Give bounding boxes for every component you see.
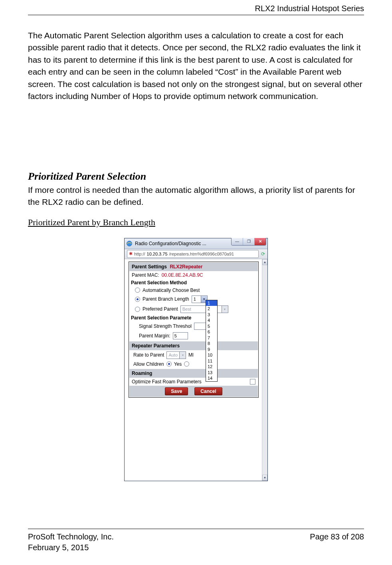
footer-page: Page 83 of 208 bbox=[310, 531, 364, 542]
save-button[interactable]: Save bbox=[165, 387, 188, 395]
cancel-button[interactable]: Cancel bbox=[194, 387, 222, 395]
dropdown-option[interactable]: 10 bbox=[206, 352, 217, 358]
rate-unit: Ml bbox=[188, 352, 194, 358]
ie-icon bbox=[126, 240, 133, 247]
dropdown-option[interactable]: 11 bbox=[206, 358, 217, 364]
chevron-down-icon[interactable]: ▾ bbox=[222, 306, 228, 313]
scrollbar[interactable]: ▲ ▼ bbox=[262, 259, 267, 481]
dropdown-option[interactable]: 3 bbox=[206, 312, 217, 318]
branch-length-select[interactable]: 1 ▼ bbox=[192, 295, 208, 303]
optimize-fast-roam-checkbox[interactable] bbox=[250, 379, 255, 385]
page-header: RLX2 Industrial Hotspot Series bbox=[28, 4, 364, 15]
rate-to-parent-label: Rate to Parent bbox=[133, 352, 164, 358]
dropdown-option[interactable]: 4 bbox=[206, 317, 217, 323]
repeater-params-header: Repeater Parameters bbox=[129, 341, 258, 350]
parent-settings-label: Parent Settings bbox=[132, 264, 167, 270]
dropdown-option[interactable]: 6 bbox=[206, 329, 217, 335]
sub-heading: Prioritized Parent by Branch Length bbox=[28, 217, 364, 228]
dialog-content: ▲ ▼ Parent Settings RLX2Repeater Parent … bbox=[125, 259, 267, 481]
button-bar: Save Cancel bbox=[129, 386, 258, 397]
parent-margin-label: Parent Margin: bbox=[139, 333, 170, 339]
paragraph-2: If more control is needed than the autom… bbox=[28, 184, 364, 208]
opt-preferred-label: Preferred Parent bbox=[143, 306, 178, 312]
branch-length-value: 1 bbox=[192, 297, 201, 301]
rate-value: Auto bbox=[167, 353, 179, 357]
optimize-fast-roam-label: Optimize Fast Roam Parameters bbox=[132, 379, 247, 385]
parent-margin-input[interactable]: 5 bbox=[173, 332, 188, 339]
favicon-icon: ✱ bbox=[129, 251, 133, 256]
refresh-icon[interactable]: ⟳ bbox=[261, 251, 265, 257]
radio-allow-no[interactable] bbox=[184, 361, 189, 367]
dropdown-option[interactable]: 12 bbox=[206, 364, 217, 370]
dropdown-option[interactable]: 2 bbox=[206, 306, 217, 312]
scroll-up-icon[interactable]: ▲ bbox=[262, 259, 267, 265]
opt-auto-label: Automatically Choose Best bbox=[143, 287, 200, 293]
url-host: 10.20.3.75 bbox=[147, 252, 168, 256]
footer-date: February 5, 2015 bbox=[28, 542, 364, 553]
preferred-parent-select[interactable]: Best ▾ bbox=[180, 305, 228, 313]
paragraph-1: The Automatic Parent Selection algorithm… bbox=[28, 30, 364, 103]
section-heading: Prioritized Parent Selection bbox=[28, 170, 364, 182]
address-bar-row: ✱ http://10.20.3.75/repeaters.htm%df6996… bbox=[125, 249, 267, 259]
radio-auto-best[interactable] bbox=[135, 287, 140, 293]
signal-threshold-label: Signal Strength Threshol bbox=[139, 323, 192, 329]
allow-children-label: Allow Children bbox=[133, 361, 164, 367]
scroll-down-icon[interactable]: ▼ bbox=[262, 475, 267, 481]
minimize-button[interactable]: — bbox=[232, 238, 243, 245]
dropdown-option[interactable]: 1 bbox=[206, 300, 217, 306]
rate-to-parent-select[interactable]: Auto ▾ bbox=[166, 351, 186, 359]
parent-mac-value: 00.0E.8E.24.AB.9C bbox=[162, 272, 203, 278]
parent-settings-header: Parent Settings RLX2Repeater bbox=[129, 262, 258, 271]
dropdown-option[interactable]: 7 bbox=[206, 335, 217, 341]
dropdown-option[interactable]: 9 bbox=[206, 347, 217, 353]
repeater-name: RLX2Repeater bbox=[170, 264, 202, 270]
settings-panel: Parent Settings RLX2Repeater Parent MAC:… bbox=[129, 262, 259, 398]
radio-preferred-parent[interactable] bbox=[135, 307, 140, 312]
selection-params-label: Parent Selection Paramete bbox=[129, 314, 258, 321]
maximize-button[interactable]: ❐ bbox=[243, 238, 254, 245]
url-prefix: http:// bbox=[134, 252, 145, 256]
yes-label: Yes bbox=[174, 361, 182, 367]
dropdown-option[interactable]: 8 bbox=[206, 341, 217, 347]
parent-mac-label: Parent MAC: bbox=[132, 272, 159, 278]
dropdown-option[interactable]: 5 bbox=[206, 323, 217, 329]
branch-length-dropdown-list[interactable]: 1 2 3 4 5 6 7 8 9 10 11 12 13 14 bbox=[206, 300, 218, 382]
close-button[interactable]: ✕ bbox=[254, 238, 266, 245]
selection-method-label: Parent Selection Method bbox=[129, 279, 258, 286]
url-path: /repeaters.htm%df6996c0870a91 bbox=[169, 252, 234, 256]
window-titlebar[interactable]: Radio Configuration/Diagnostic ... — ❐ ✕ bbox=[125, 238, 267, 249]
radio-allow-yes[interactable] bbox=[166, 361, 172, 367]
address-bar[interactable]: ✱ http://10.20.3.75/repeaters.htm%df6996… bbox=[127, 250, 259, 258]
opt-branch-label: Parent Branch Length bbox=[143, 296, 189, 302]
dropdown-option[interactable]: 14 bbox=[206, 375, 217, 381]
chevron-down-icon[interactable]: ▾ bbox=[179, 352, 186, 359]
roaming-header: Roaming bbox=[129, 369, 258, 378]
dropdown-option[interactable]: 13 bbox=[206, 370, 217, 376]
page-footer: ProSoft Technology, Inc. Page 83 of 208 … bbox=[28, 529, 364, 553]
dialog-window: Radio Configuration/Diagnostic ... — ❐ ✕… bbox=[124, 238, 268, 481]
window-title: Radio Configuration/Diagnostic ... bbox=[135, 241, 206, 246]
radio-branch-length[interactable] bbox=[135, 297, 140, 302]
footer-company: ProSoft Technology, Inc. bbox=[28, 531, 114, 542]
